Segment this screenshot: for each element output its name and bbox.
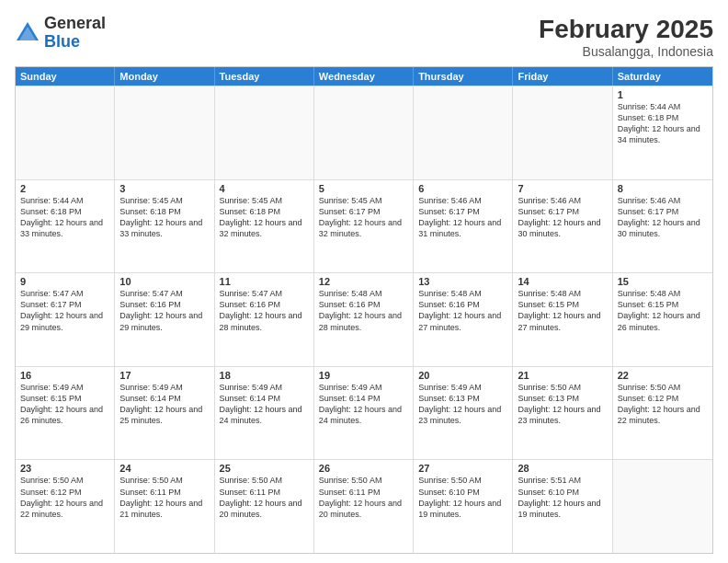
calendar-cell-2-3: 12Sunrise: 5:48 AM Sunset: 6:16 PM Dayli…: [314, 273, 414, 366]
day-info: Sunrise: 5:50 AM Sunset: 6:13 PM Dayligh…: [518, 382, 607, 427]
calendar-cell-2-2: 11Sunrise: 5:47 AM Sunset: 6:16 PM Dayli…: [215, 273, 314, 366]
day-number: 17: [119, 370, 209, 381]
day-info: Sunrise: 5:50 AM Sunset: 6:11 PM Dayligh…: [220, 475, 309, 520]
location: Busalangga, Indonesia: [539, 44, 713, 59]
day-info: Sunrise: 5:46 AM Sunset: 6:17 PM Dayligh…: [518, 195, 607, 240]
calendar-cell-3-1: 17Sunrise: 5:49 AM Sunset: 6:14 PM Dayli…: [115, 367, 214, 460]
day-number: 5: [319, 183, 408, 194]
day-info: Sunrise: 5:48 AM Sunset: 6:15 PM Dayligh…: [518, 288, 607, 333]
calendar-cell-1-6: 8Sunrise: 5:46 AM Sunset: 6:17 PM Daylig…: [613, 180, 712, 273]
calendar-cell-0-4: [414, 86, 513, 179]
calendar-row-1: 2Sunrise: 5:44 AM Sunset: 6:18 PM Daylig…: [16, 179, 712, 273]
day-number: 1: [618, 89, 708, 100]
day-info: Sunrise: 5:49 AM Sunset: 6:13 PM Dayligh…: [418, 382, 507, 427]
calendar-cell-3-5: 21Sunrise: 5:50 AM Sunset: 6:13 PM Dayli…: [513, 367, 612, 460]
calendar-body: 1Sunrise: 5:44 AM Sunset: 6:18 PM Daylig…: [16, 86, 712, 553]
logo-blue: Blue: [44, 32, 80, 51]
day-number: 6: [418, 183, 507, 194]
day-number: 7: [518, 183, 607, 194]
calendar-cell-3-4: 20Sunrise: 5:49 AM Sunset: 6:13 PM Dayli…: [414, 367, 513, 460]
day-info: Sunrise: 5:50 AM Sunset: 6:11 PM Dayligh…: [319, 475, 408, 520]
day-number: 15: [618, 276, 708, 287]
calendar-cell-2-4: 13Sunrise: 5:48 AM Sunset: 6:16 PM Dayli…: [414, 273, 513, 366]
day-info: Sunrise: 5:50 AM Sunset: 6:11 PM Dayligh…: [119, 475, 209, 520]
logo: General Blue: [15, 15, 106, 52]
calendar: Sunday Monday Tuesday Wednesday Thursday…: [15, 66, 713, 554]
day-info: Sunrise: 5:48 AM Sunset: 6:16 PM Dayligh…: [418, 288, 507, 333]
day-info: Sunrise: 5:49 AM Sunset: 6:14 PM Dayligh…: [319, 382, 408, 427]
day-number: 12: [319, 276, 408, 287]
logo-general: General: [44, 14, 106, 32]
day-info: Sunrise: 5:46 AM Sunset: 6:17 PM Dayligh…: [418, 195, 507, 240]
calendar-cell-0-3: [314, 86, 414, 179]
header-thursday: Thursday: [414, 67, 513, 86]
calendar-cell-3-0: 16Sunrise: 5:49 AM Sunset: 6:15 PM Dayli…: [16, 367, 115, 460]
calendar-cell-2-5: 14Sunrise: 5:48 AM Sunset: 6:15 PM Dayli…: [513, 273, 612, 366]
day-info: Sunrise: 5:47 AM Sunset: 6:17 PM Dayligh…: [20, 288, 109, 333]
day-info: Sunrise: 5:47 AM Sunset: 6:16 PM Dayligh…: [119, 288, 209, 333]
day-info: Sunrise: 5:45 AM Sunset: 6:18 PM Dayligh…: [220, 195, 309, 240]
day-number: 13: [418, 276, 507, 287]
page: General Blue February 2025 Busalangga, I…: [0, 0, 728, 563]
calendar-cell-4-3: 26Sunrise: 5:50 AM Sunset: 6:11 PM Dayli…: [314, 460, 414, 553]
calendar-cell-1-1: 3Sunrise: 5:45 AM Sunset: 6:18 PM Daylig…: [115, 180, 214, 273]
calendar-cell-1-2: 4Sunrise: 5:45 AM Sunset: 6:18 PM Daylig…: [215, 180, 314, 273]
day-number: 22: [618, 370, 708, 381]
day-info: Sunrise: 5:48 AM Sunset: 6:15 PM Dayligh…: [618, 288, 708, 333]
day-info: Sunrise: 5:50 AM Sunset: 6:12 PM Dayligh…: [618, 382, 708, 427]
day-info: Sunrise: 5:44 AM Sunset: 6:18 PM Dayligh…: [618, 101, 708, 146]
calendar-cell-4-4: 27Sunrise: 5:50 AM Sunset: 6:10 PM Dayli…: [414, 460, 513, 553]
calendar-cell-0-6: 1Sunrise: 5:44 AM Sunset: 6:18 PM Daylig…: [613, 86, 712, 179]
day-number: 3: [119, 183, 209, 194]
day-number: 27: [418, 463, 507, 474]
calendar-cell-4-5: 28Sunrise: 5:51 AM Sunset: 6:10 PM Dayli…: [513, 460, 612, 553]
day-info: Sunrise: 5:47 AM Sunset: 6:16 PM Dayligh…: [220, 288, 309, 333]
header-monday: Monday: [115, 67, 214, 86]
day-info: Sunrise: 5:49 AM Sunset: 6:15 PM Dayligh…: [20, 382, 109, 427]
day-number: 4: [220, 183, 309, 194]
calendar-row-3: 16Sunrise: 5:49 AM Sunset: 6:15 PM Dayli…: [16, 366, 712, 460]
day-number: 10: [119, 276, 209, 287]
day-number: 25: [220, 463, 309, 474]
calendar-row-4: 23Sunrise: 5:50 AM Sunset: 6:12 PM Dayli…: [16, 459, 712, 553]
calendar-cell-1-0: 2Sunrise: 5:44 AM Sunset: 6:18 PM Daylig…: [16, 180, 115, 273]
title-block: February 2025 Busalangga, Indonesia: [539, 15, 713, 59]
day-number: 23: [20, 463, 109, 474]
day-info: Sunrise: 5:49 AM Sunset: 6:14 PM Dayligh…: [220, 382, 309, 427]
calendar-cell-2-6: 15Sunrise: 5:48 AM Sunset: 6:15 PM Dayli…: [613, 273, 712, 366]
day-number: 28: [518, 463, 607, 474]
day-number: 19: [319, 370, 408, 381]
header: General Blue February 2025 Busalangga, I…: [15, 15, 713, 59]
calendar-cell-0-5: [513, 86, 612, 179]
day-number: 9: [20, 276, 109, 287]
day-info: Sunrise: 5:50 AM Sunset: 6:10 PM Dayligh…: [418, 475, 507, 520]
header-friday: Friday: [513, 67, 612, 86]
day-number: 26: [319, 463, 408, 474]
day-info: Sunrise: 5:46 AM Sunset: 6:17 PM Dayligh…: [618, 195, 708, 240]
calendar-cell-2-0: 9Sunrise: 5:47 AM Sunset: 6:17 PM Daylig…: [16, 273, 115, 366]
header-saturday: Saturday: [613, 67, 712, 86]
calendar-cell-4-1: 24Sunrise: 5:50 AM Sunset: 6:11 PM Dayli…: [115, 460, 214, 553]
generalblue-logo-icon: [15, 20, 40, 46]
header-tuesday: Tuesday: [215, 67, 314, 86]
header-wednesday: Wednesday: [314, 67, 414, 86]
day-info: Sunrise: 5:44 AM Sunset: 6:18 PM Dayligh…: [20, 195, 109, 240]
calendar-cell-0-1: [115, 86, 214, 179]
calendar-cell-4-6: [613, 460, 712, 553]
day-number: 2: [20, 183, 109, 194]
month-year: February 2025: [539, 15, 713, 44]
calendar-cell-1-5: 7Sunrise: 5:46 AM Sunset: 6:17 PM Daylig…: [513, 180, 612, 273]
day-info: Sunrise: 5:48 AM Sunset: 6:16 PM Dayligh…: [319, 288, 408, 333]
day-number: 14: [518, 276, 607, 287]
calendar-cell-3-6: 22Sunrise: 5:50 AM Sunset: 6:12 PM Dayli…: [613, 367, 712, 460]
calendar-row-0: 1Sunrise: 5:44 AM Sunset: 6:18 PM Daylig…: [16, 86, 712, 179]
calendar-cell-1-4: 6Sunrise: 5:46 AM Sunset: 6:17 PM Daylig…: [414, 180, 513, 273]
calendar-cell-4-2: 25Sunrise: 5:50 AM Sunset: 6:11 PM Dayli…: [215, 460, 314, 553]
day-info: Sunrise: 5:49 AM Sunset: 6:14 PM Dayligh…: [119, 382, 209, 427]
day-info: Sunrise: 5:51 AM Sunset: 6:10 PM Dayligh…: [518, 475, 607, 520]
logo-text: General Blue: [44, 15, 106, 52]
day-number: 8: [618, 183, 708, 194]
header-sunday: Sunday: [16, 67, 115, 86]
day-number: 21: [518, 370, 607, 381]
calendar-cell-1-3: 5Sunrise: 5:45 AM Sunset: 6:17 PM Daylig…: [314, 180, 414, 273]
